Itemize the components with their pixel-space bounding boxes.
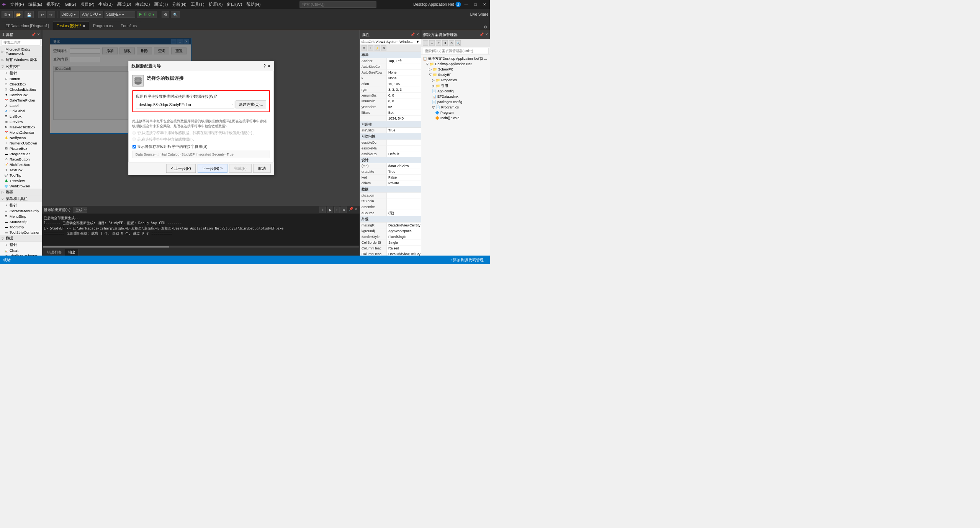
wizard-cancel-button[interactable]: 取消 (253, 164, 270, 173)
scrollbar-thumb[interactable] (43, 246, 169, 248)
prop-sort-category-btn[interactable]: ⊞ (362, 46, 367, 51)
toolbox-item-monthcalendar[interactable]: 📅MonthCalendar (0, 130, 42, 135)
toolbox-item-maskedtextbox[interactable]: MMaskedTextBox (0, 125, 42, 130)
toolbar-undo[interactable]: ↩ (38, 11, 46, 18)
toolbox-item-richtextbox[interactable]: 📝RichTextBox (0, 162, 42, 167)
sol-item-appconfig[interactable]: 📄 App.config (421, 89, 490, 94)
toolbox-item-bindingnavigator[interactable]: ⊞BindingNavigator (0, 253, 42, 256)
output-btn3[interactable]: ↕ (334, 207, 340, 213)
toolbox-item-linklabel[interactable]: ALinkLabel (0, 108, 42, 114)
sol-btn5[interactable]: ⚙ (449, 40, 454, 46)
toolbox-section-ef[interactable]: ▷ Microsoft Entity Framework (0, 46, 42, 57)
live-share[interactable]: Live Share (470, 12, 489, 17)
solution-pin-icon[interactable]: 📌 (479, 33, 484, 37)
platform-dropdown[interactable]: Any CPU ▼ (80, 11, 103, 18)
wizard-help-icon[interactable]: ? (263, 64, 266, 69)
toolbox-item-checkedlistbox[interactable]: ☑CheckedListBox (0, 87, 42, 92)
status-source-control[interactable]: ↑ 添加到源代码管理... (450, 257, 487, 262)
properties-object-dropdown-arrow[interactable]: ▼ (416, 39, 419, 44)
properties-pin-icon[interactable]: 📌 (411, 33, 415, 37)
toolbox-section-common[interactable]: ▽ 公共控件 (0, 63, 42, 70)
menu-window[interactable]: 窗口(W) (225, 1, 244, 8)
toolbox-item-toolstrip[interactable]: ▬ToolStrip (0, 225, 42, 230)
toolbox-item-contextmenustrip[interactable]: ☰ContextMenuStrip (0, 208, 42, 214)
toolbox-item-combobox[interactable]: ▼ComboBox (0, 92, 42, 98)
sol-btn3[interactable]: ↺ (436, 40, 441, 46)
menu-git[interactable]: Git(G) (63, 1, 78, 8)
toolbox-item-webbrowser[interactable]: 🌐WebBrowser (0, 184, 42, 189)
toolbar-save-all[interactable]: 💾 (25, 11, 34, 18)
wizard-show-connection-checkbox[interactable] (132, 145, 136, 148)
toolbox-item-chart[interactable]: 📊Chart (0, 248, 42, 253)
wizard-close-icon[interactable]: ✕ (267, 64, 271, 69)
wizard-connection-dropdown[interactable]: desktop-58s0dqu.StudyEF.dbo (136, 101, 234, 108)
close-button[interactable]: ✕ (481, 1, 488, 8)
start-button[interactable]: ▶ 启动 ▼ (137, 11, 157, 18)
tab-error-list[interactable]: 错误列表 (44, 249, 65, 256)
search-input[interactable] (299, 1, 376, 8)
toolbar-redo[interactable]: ↪ (47, 11, 55, 18)
menu-project[interactable]: 项目(P) (79, 1, 97, 8)
menu-test[interactable]: 测试(T) (152, 1, 170, 8)
menu-file[interactable]: 文件(F) (8, 1, 26, 8)
output-btn2[interactable]: ▶ (327, 207, 333, 213)
tab-close-icon[interactable]: ✕ (83, 24, 85, 28)
menu-analyze[interactable]: 分析(N) (170, 1, 188, 8)
menu-format[interactable]: 格式(O) (133, 1, 152, 8)
toolbox-section-winforms[interactable]: ▷ 所有 Windows 窗体 (0, 57, 42, 64)
wizard-new-connection-btn[interactable]: 新建连接(C)... (236, 101, 266, 109)
output-close-icon[interactable]: ✕ (355, 207, 358, 213)
toolbox-item-label[interactable]: ALabel (0, 103, 42, 108)
sol-item-desktop-app[interactable]: ▽ 📁 Desktop Application Net (421, 61, 490, 67)
properties-object-selector[interactable]: dataGridView1 System.Windows.F... ▼ (360, 39, 421, 45)
sol-item-efdata[interactable]: 📊 EFData.edmx (421, 94, 490, 99)
solution-close-icon[interactable]: ✕ (485, 33, 488, 37)
toolbox-section-data[interactable]: ▽ 数据 (0, 235, 42, 242)
toolbar-open[interactable]: 📂 (14, 11, 23, 18)
sol-btn4[interactable]: ⏸ (442, 40, 448, 46)
sol-item-studyef[interactable]: ▽ 📁 StudyEF (421, 72, 490, 77)
properties-close-icon[interactable]: ✕ (416, 33, 419, 37)
toolbox-item-checkbox[interactable]: ☑CheckBox (0, 82, 42, 87)
sol-item-packages[interactable]: 📄 packages.config (421, 99, 490, 105)
output-btn4[interactable]: ↻ (341, 207, 347, 213)
sol-item-properties[interactable]: ▷ 📁 Properties (421, 77, 490, 83)
toolbox-pin-icon[interactable]: 📌 (31, 33, 36, 37)
tab-output[interactable]: 输出 (65, 249, 79, 256)
toolbox-item-treeview[interactable]: 🌲TreeView (0, 178, 42, 184)
menu-edit[interactable]: 编辑(E) (26, 1, 44, 8)
toolbox-item-pointer3[interactable]: ↖指针 (0, 242, 42, 248)
sol-btn2[interactable]: ⌂ (429, 40, 435, 46)
toolbox-item-pointer2[interactable]: ↖指针 (0, 202, 42, 208)
solution-search-input[interactable] (423, 48, 489, 54)
tab-efdata[interactable]: EFData.edmx [Diagram1] (2, 22, 53, 30)
debug-mode-dropdown[interactable]: Debug ▼ (60, 11, 79, 18)
notification-badge[interactable]: 2 (455, 2, 461, 7)
menu-help[interactable]: 帮助(H) (244, 1, 262, 8)
sol-item-program-class[interactable]: 🔷 Program (421, 110, 490, 115)
sol-btn1[interactable]: ← (423, 40, 428, 46)
prop-sort-alpha-btn[interactable]: ↕ (368, 46, 373, 51)
toolbar-new[interactable]: 🗎 ▾ (2, 11, 13, 18)
wizard-prev-button[interactable]: < 上一步(P) (166, 164, 196, 173)
toolbar-misc1[interactable]: ⚙ (162, 11, 169, 18)
wizard-finish-button[interactable]: 完成(F) (229, 164, 251, 173)
minimize-button[interactable]: — (462, 1, 470, 8)
menu-tools[interactable]: 工具(T) (189, 1, 206, 8)
sol-btn6[interactable]: 🔍 (455, 40, 461, 46)
toolbox-item-listbox[interactable]: ☰ListBox (0, 114, 42, 119)
toolbox-item-progressbar[interactable]: ▬ProgressBar (0, 151, 42, 157)
toolbox-section-container[interactable]: ▷ 容器 (0, 189, 42, 196)
wizard-next-button[interactable]: 下一步(N) > (198, 164, 227, 173)
menu-view[interactable]: 视图(V) (44, 1, 62, 8)
toolbox-item-menustrip[interactable]: ☰MenuStrip (0, 214, 42, 219)
toolbar-misc2[interactable]: 🔍 (171, 11, 180, 18)
prop-settings-btn[interactable]: ⚙ (381, 46, 386, 51)
sol-item-main-method[interactable]: 🔶 Main() : void (421, 115, 490, 121)
toolbox-item-tooltip[interactable]: 💬ToolTip (0, 173, 42, 178)
tab-form1cs[interactable]: Form1.cs (117, 22, 141, 30)
tab-programcs[interactable]: Program.cs (89, 22, 117, 30)
toolbox-item-toolstripcontainer[interactable]: ▬ToolStripContainer (0, 230, 42, 235)
sol-item-solution[interactable]: 📋 解决方案'Desktop Application Net'(3 个项目, 共… (421, 56, 490, 61)
output-source-select[interactable]: 生成 (73, 207, 87, 213)
